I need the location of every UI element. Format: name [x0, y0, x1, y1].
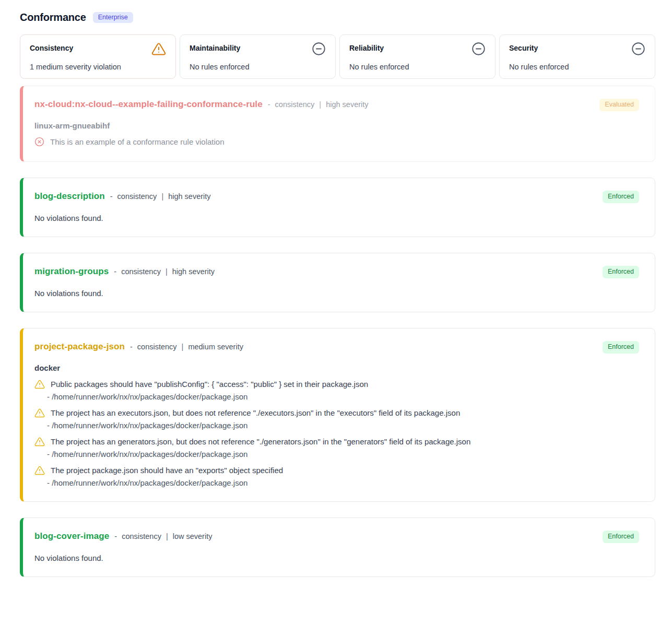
status-badge: Enforced [603, 341, 639, 354]
summary-card-status: No rules enforced [190, 63, 326, 71]
rule-category: consistency [275, 100, 315, 109]
warning-triangle-icon [34, 465, 45, 476]
meta-dash: - [110, 192, 113, 201]
rule-card-blog-description: blog-description - consistency | high se… [20, 178, 655, 237]
summary-card-title: Consistency [30, 42, 73, 52]
summary-card-security: Security No rules enforced [499, 34, 655, 79]
summary-card-consistency: Consistency 1 medium severity violation [20, 34, 176, 79]
rule-category: consistency [122, 532, 161, 540]
violation-file-path: - /home/runner/work/nx/nx/packages/docke… [47, 450, 576, 459]
rule-name-link[interactable]: blog-description [34, 191, 105, 202]
warning-triangle-icon [34, 437, 45, 447]
minus-circle-icon [471, 42, 486, 56]
summary-card-maintainability: Maintainability No rules enforced [180, 34, 336, 79]
summary-card-status: No rules enforced [509, 63, 645, 71]
rule-severity: medium severity [188, 343, 243, 351]
violation-item: The project package.json should have an … [34, 465, 576, 487]
meta-pipe: | [166, 532, 168, 540]
rule-card-example-failing: nx-cloud:nx-cloud--example-failing-confo… [20, 86, 655, 162]
violation-message: Public packages should have "publishConf… [51, 379, 368, 390]
summary-card-title: Maintainability [190, 42, 240, 52]
rule-severity: high severity [172, 267, 215, 276]
conformance-page: Conformance Enterprise Consistency 1 med… [20, 0, 655, 577]
violation-item: The project has an generators.json, but … [34, 436, 576, 459]
rule-meta: - consistency | low severity [114, 532, 212, 540]
meta-dash: - [114, 267, 116, 276]
page-header: Conformance Enterprise [20, 11, 655, 23]
summary-card-status: No rules enforced [349, 63, 486, 71]
violation-message: This is an example of a conformance rule… [50, 136, 225, 147]
rule-card-project-package-json: project-package-json - consistency | med… [20, 328, 655, 502]
rule-name-link[interactable]: nx-cloud:nx-cloud--example-failing-confo… [34, 99, 263, 110]
meta-pipe: | [161, 192, 163, 201]
warning-triangle-icon [151, 42, 166, 56]
status-badge: Enforced [603, 266, 639, 278]
rule-name-link[interactable]: project-package-json [34, 342, 125, 352]
page-title: Conformance [20, 11, 86, 23]
project-name: docker [34, 363, 576, 372]
summary-card-title: Security [509, 42, 538, 52]
x-circle-icon [34, 137, 44, 147]
violation-file-path: - /home/runner/work/nx/nx/packages/docke… [47, 478, 576, 487]
meta-dash: - [130, 343, 133, 351]
minus-circle-icon [631, 42, 645, 56]
violation-list: This is an example of a conformance rule… [34, 136, 576, 147]
violation-message: The project has an generators.json, but … [51, 436, 470, 447]
status-badge: Enforced [603, 191, 639, 203]
summary-card-reliability: Reliability No rules enforced [339, 34, 496, 79]
meta-pipe: | [319, 100, 321, 109]
meta-dash: - [114, 532, 117, 540]
meta-pipe: | [182, 343, 184, 351]
warning-triangle-icon [34, 408, 45, 418]
violation-file-path: - /home/runner/work/nx/nx/packages/docke… [47, 421, 576, 430]
rule-category: consistency [137, 343, 177, 351]
rule-result-text: No violations found. [34, 554, 576, 562]
rule-meta: - consistency | high severity [110, 192, 211, 201]
rule-card-migration-groups: migration-groups - consistency | high se… [20, 253, 655, 312]
rule-meta: - consistency | medium severity [130, 343, 243, 351]
rule-category: consistency [121, 267, 161, 276]
rule-severity: low severity [173, 532, 213, 540]
rule-meta: - consistency | high severity [114, 267, 215, 276]
violation-message: The project has an executors.json, but d… [51, 407, 460, 418]
status-badge: Enforced [603, 531, 639, 543]
status-badge: Evaluated [599, 99, 639, 111]
violation-item: This is an example of a conformance rule… [34, 136, 576, 147]
violation-list: Public packages should have "publishConf… [34, 379, 576, 487]
meta-pipe: | [166, 267, 168, 276]
rule-name-link[interactable]: blog-cover-image [34, 531, 109, 542]
summary-cards: Consistency 1 medium severity violation … [20, 34, 655, 79]
minus-circle-icon [312, 42, 326, 56]
project-name: linux-arm-gnueabihf [34, 121, 576, 130]
rule-card-blog-cover-image: blog-cover-image - consistency | low sev… [20, 518, 655, 577]
rule-meta: - consistency | high severity [268, 100, 369, 109]
summary-card-status: 1 medium severity violation [30, 63, 166, 71]
warning-triangle-icon [34, 379, 45, 390]
rule-name-link[interactable]: migration-groups [34, 266, 109, 277]
rule-severity: high severity [168, 192, 210, 201]
violation-item: The project has an executors.json, but d… [34, 407, 576, 430]
violation-message: The project package.json should have an … [51, 465, 283, 476]
violation-file-path: - /home/runner/work/nx/nx/packages/docke… [47, 392, 576, 401]
rule-result-text: No violations found. [34, 289, 576, 298]
enterprise-badge: Enterprise [93, 12, 133, 23]
rule-result-text: No violations found. [34, 214, 576, 222]
violation-item: Public packages should have "publishConf… [34, 379, 576, 401]
rule-category: consistency [117, 192, 157, 201]
meta-dash: - [268, 100, 270, 109]
rule-severity: high severity [326, 100, 368, 109]
summary-card-title: Reliability [349, 42, 384, 52]
